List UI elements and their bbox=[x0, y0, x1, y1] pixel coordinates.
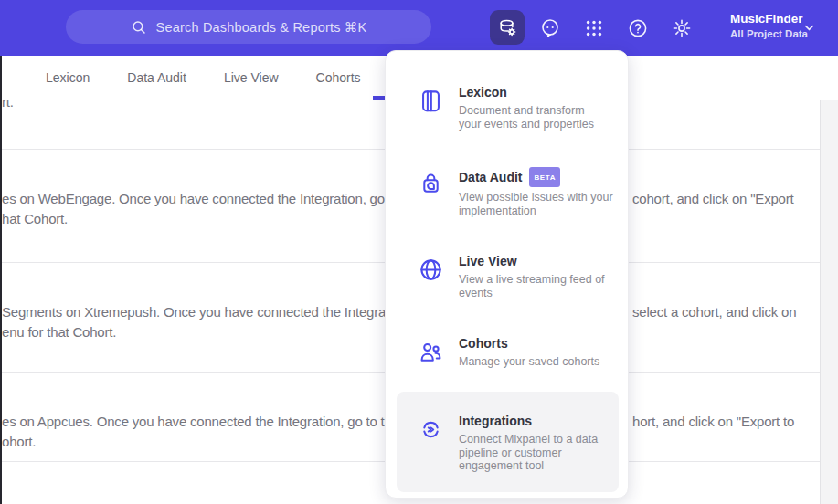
active-tab-indicator bbox=[373, 96, 386, 100]
menu-item-text: Integrations Connect Mixpanel to a data … bbox=[459, 414, 598, 473]
project-name: MusicFinder bbox=[730, 12, 808, 26]
menu-item-label: Integrations bbox=[459, 414, 532, 429]
apps-grid-button[interactable] bbox=[580, 15, 608, 42]
menu-item-description: Connect Mixpanel to a data pipeline or c… bbox=[459, 433, 598, 473]
menu-item-lexicon[interactable]: Lexicon Document and transform your even… bbox=[417, 85, 613, 131]
app-window: rt. es on WebEngage. Once you have conne… bbox=[0, 0, 838, 504]
table-row-text-left: es on WebEngage. Once you have connected… bbox=[2, 189, 387, 229]
chevron-down-icon[interactable] bbox=[802, 21, 816, 35]
search-icon bbox=[131, 19, 147, 36]
project-switcher[interactable]: MusicFinder All Project Data bbox=[730, 12, 808, 39]
table-row-text-left: es on Appcues. Once you have connected t… bbox=[2, 412, 387, 452]
search-input[interactable]: Search Dashboards & Reports ⌘K bbox=[66, 10, 431, 44]
menu-item-text: Cohorts Manage your saved cohorts bbox=[459, 336, 599, 369]
menu-item-description: Manage your saved cohorts bbox=[459, 355, 599, 369]
menu-item-label: Cohorts bbox=[459, 336, 508, 352]
globe-icon bbox=[417, 256, 444, 283]
table-row-text-right: select a cohort, and click on bbox=[632, 302, 815, 322]
nav-dropdown-panel: Lexicon Document and transform your even… bbox=[385, 50, 629, 499]
menu-item-label: Live View bbox=[459, 254, 517, 269]
menu-item-cohorts[interactable]: Cohorts Manage your saved cohorts bbox=[417, 336, 613, 369]
menu-item-data-audit[interactable]: Data Audit BETA View possible issues wit… bbox=[417, 167, 613, 217]
book-icon bbox=[417, 87, 444, 114]
menu-item-integrations-content: Integrations Connect Mixpanel to a data … bbox=[417, 414, 613, 473]
chat-smiley-icon bbox=[539, 17, 561, 39]
help-button[interactable] bbox=[624, 15, 652, 42]
tab-lexicon[interactable]: Lexicon bbox=[46, 70, 90, 85]
table-row-text-right: cohort, and click on "Export bbox=[632, 189, 815, 209]
menu-item-integrations[interactable]: Integrations Connect Mixpanel to a data … bbox=[397, 392, 619, 492]
search-placeholder: Search Dashboards & Reports ⌘K bbox=[156, 20, 367, 35]
menu-item-label: Lexicon bbox=[459, 85, 507, 100]
beta-badge: BETA bbox=[529, 167, 560, 187]
window-left-edge bbox=[0, 56, 2, 504]
top-app-bar: Search Dashboards & Reports ⌘K bbox=[0, 0, 838, 56]
menu-item-text: Data Audit BETA View possible issues wit… bbox=[459, 167, 613, 217]
table-row-text-right: hort, and click on "Export to bbox=[632, 412, 815, 432]
gear-icon bbox=[671, 17, 693, 39]
database-gear-icon bbox=[497, 17, 518, 38]
grid-dots-icon bbox=[584, 18, 604, 38]
data-management-button[interactable] bbox=[490, 10, 525, 45]
tab-data-audit[interactable]: Data Audit bbox=[127, 70, 186, 85]
menu-item-live-view[interactable]: Live View View a live streaming feed of … bbox=[417, 254, 613, 299]
tab-cohorts[interactable]: Cohorts bbox=[316, 70, 361, 85]
sync-arrows-icon bbox=[417, 415, 444, 443]
menu-item-label: Data Audit bbox=[459, 170, 522, 185]
project-scope: All Project Data bbox=[730, 28, 808, 39]
menu-item-description: View possible issues with your implement… bbox=[459, 191, 613, 217]
audit-lock-icon bbox=[417, 169, 444, 196]
table-row-text-left: Segments on Xtremepush. Once you have co… bbox=[2, 302, 387, 342]
users-icon bbox=[417, 338, 444, 365]
scrollbar-track bbox=[820, 100, 838, 504]
menu-item-text: Live View View a live streaming feed of … bbox=[459, 254, 605, 299]
menu-item-description: View a live streaming feed of events bbox=[459, 273, 605, 299]
menu-item-description: Document and transform your events and p… bbox=[459, 104, 594, 131]
menu-item-text: Lexicon Document and transform your even… bbox=[459, 85, 594, 131]
feedback-button[interactable] bbox=[536, 15, 564, 42]
tab-live-view[interactable]: Live View bbox=[224, 70, 279, 85]
help-icon bbox=[627, 17, 649, 39]
settings-button[interactable] bbox=[668, 15, 695, 42]
